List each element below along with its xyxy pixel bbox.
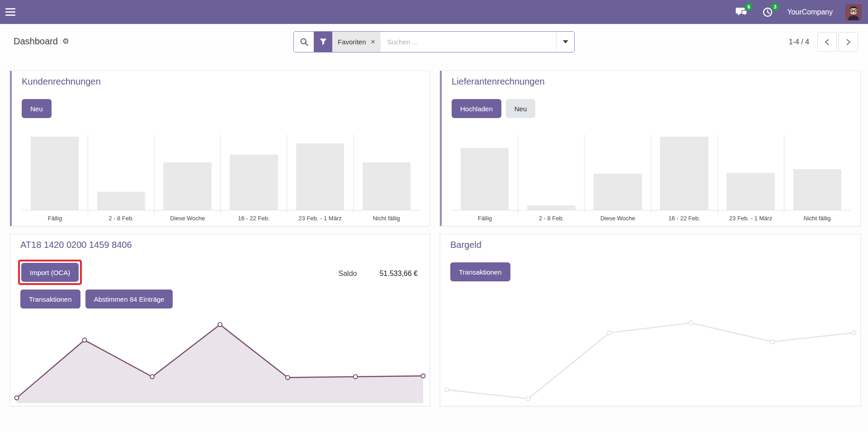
data-point-marker[interactable] (286, 375, 290, 380)
bar[interactable] (793, 169, 842, 210)
apps-menu-icon[interactable] (0, 0, 21, 24)
data-point-marker[interactable] (15, 396, 19, 400)
search-dropdown-toggle[interactable] (556, 32, 574, 52)
page-title[interactable]: Dashboard (14, 36, 58, 47)
cash-transactions-button[interactable]: Transaktionen (450, 262, 510, 281)
vendor-bills-bar-chart[interactable]: Fällig2 - 8 Feb.Diese Woche16 - 22 Feb.2… (452, 134, 850, 222)
data-point-marker[interactable] (770, 340, 774, 344)
bar-column[interactable] (287, 134, 354, 210)
card-customer-invoices: Kundenrechnungen Neu Fällig2 - 8 Feb.Die… (10, 71, 430, 226)
top-navbar: 6 3 YourCompany (0, 0, 868, 24)
bar-column[interactable] (354, 134, 420, 210)
bar-column[interactable] (651, 134, 718, 210)
bar[interactable] (594, 174, 642, 210)
bar-category-label: Nicht fällig (353, 215, 420, 222)
bar-category-label: 16 - 22 Feb. (221, 215, 287, 222)
import-highlight-box: Import (OCA) (18, 260, 82, 285)
bar[interactable] (527, 205, 576, 210)
area-chart-svg (14, 316, 426, 403)
reconcile-button[interactable]: Abstimmen 84 Einträge (85, 290, 173, 309)
pager: 1-4 / 4 (789, 31, 858, 52)
bar-category-label: Nicht fällig (784, 215, 850, 222)
cash-balance-line-chart[interactable] (444, 316, 857, 403)
bar[interactable] (726, 173, 775, 210)
bar[interactable] (363, 162, 410, 210)
search-facet-label: Favoriten (338, 38, 366, 46)
data-point-marker[interactable] (526, 397, 530, 401)
data-point-marker[interactable] (689, 321, 693, 325)
bar-category-label: Diese Woche (154, 215, 221, 222)
gear-icon[interactable]: ⚙ (62, 38, 69, 45)
card-cash: Bargeld Transaktionen (440, 234, 861, 406)
card-bank-account: AT18 1420 0200 1459 8406 Import (OCA) Tr… (10, 234, 430, 406)
bar-category-label: 2 - 8 Feb. (518, 215, 585, 222)
breadcrumb: Dashboard ⚙ (14, 24, 69, 59)
customer-invoices-bar-chart[interactable]: Fällig2 - 8 Feb.Diese Woche16 - 22 Feb.2… (22, 134, 420, 222)
card-title-vendor-bills[interactable]: Lieferantenrechnungen (452, 76, 545, 87)
bar[interactable] (461, 148, 509, 210)
search-bar[interactable]: Favoriten ✕ (293, 31, 575, 52)
bar-column[interactable] (221, 134, 287, 210)
pager-next-button[interactable] (839, 32, 858, 52)
bar-column[interactable] (22, 134, 88, 210)
messages-button[interactable]: 6 (735, 5, 748, 19)
pager-range: 1-4 / 4 (789, 38, 809, 46)
bar-column[interactable] (585, 134, 651, 210)
chevron-down-icon (563, 40, 568, 43)
bar-column[interactable] (718, 134, 784, 210)
upload-bill-button[interactable]: Hochladen (452, 99, 501, 118)
bar[interactable] (230, 155, 278, 210)
bar[interactable] (97, 192, 145, 210)
messages-badge: 6 (745, 3, 753, 11)
new-invoice-button[interactable]: Neu (22, 99, 52, 118)
bar-column[interactable] (452, 134, 518, 210)
search-facet-favorites[interactable]: Favoriten ✕ (314, 32, 381, 52)
data-point-marker[interactable] (445, 388, 449, 392)
control-panel: Dashboard ⚙ Favoriten ✕ 1-4 / 4 (0, 24, 868, 59)
search-icon (294, 32, 314, 52)
filter-funnel-icon (314, 32, 332, 52)
card-title-cash[interactable]: Bargeld (450, 240, 481, 250)
card-title-customer-invoices[interactable]: Kundenrechnungen (22, 76, 101, 87)
bar-column[interactable] (155, 134, 221, 210)
bar-category-label: 2 - 8 Feb. (88, 215, 155, 222)
bar[interactable] (163, 162, 211, 210)
new-bill-button[interactable]: Neu (506, 99, 536, 118)
data-point-marker[interactable] (354, 375, 358, 379)
balance-label: Saldo (339, 270, 357, 278)
data-point-marker[interactable] (852, 331, 856, 335)
bar[interactable] (296, 143, 344, 210)
company-name[interactable]: YourCompany (787, 8, 833, 16)
card-title-bank-account[interactable]: AT18 1420 0200 1459 8406 (20, 240, 132, 250)
avatar-image (845, 4, 862, 20)
balance-value[interactable]: 51.533,66 € (379, 270, 418, 278)
data-point-marker[interactable] (82, 338, 86, 342)
line-chart-svg (444, 316, 857, 403)
bar-category-label: 23 Feb. - 1 März (717, 215, 784, 222)
activities-button[interactable]: 3 (761, 5, 774, 19)
bar-category-label: Fällig (22, 215, 88, 222)
chevron-right-icon (845, 38, 851, 46)
bar-category-label: 16 - 22 Feb. (651, 215, 717, 222)
import-oca-button[interactable]: Import (OCA) (21, 263, 79, 282)
bar-category-label: Fällig (452, 215, 518, 222)
bar-column[interactable] (518, 134, 585, 210)
bar[interactable] (31, 137, 79, 210)
data-point-marker[interactable] (150, 375, 154, 379)
bank-balance-area-chart[interactable] (14, 316, 426, 403)
card-vendor-bills: Lieferantenrechnungen Hochladen Neu Fäll… (440, 71, 861, 226)
data-point-marker[interactable] (421, 374, 425, 378)
balance-row: Saldo 51.533,66 € (339, 270, 418, 278)
bar-column[interactable] (784, 134, 850, 210)
bank-transactions-button[interactable]: Transaktionen (20, 290, 80, 309)
data-point-marker[interactable] (608, 331, 612, 335)
pager-previous-button[interactable] (817, 32, 837, 52)
bar-column[interactable] (88, 134, 155, 210)
avatar[interactable] (845, 4, 862, 20)
bar[interactable] (660, 137, 708, 210)
search-input[interactable] (381, 32, 556, 52)
data-point-marker[interactable] (218, 323, 222, 327)
bar-category-label: 23 Feb. - 1 März (287, 215, 354, 222)
activities-badge: 3 (771, 3, 779, 11)
remove-facet-icon[interactable]: ✕ (371, 38, 376, 45)
